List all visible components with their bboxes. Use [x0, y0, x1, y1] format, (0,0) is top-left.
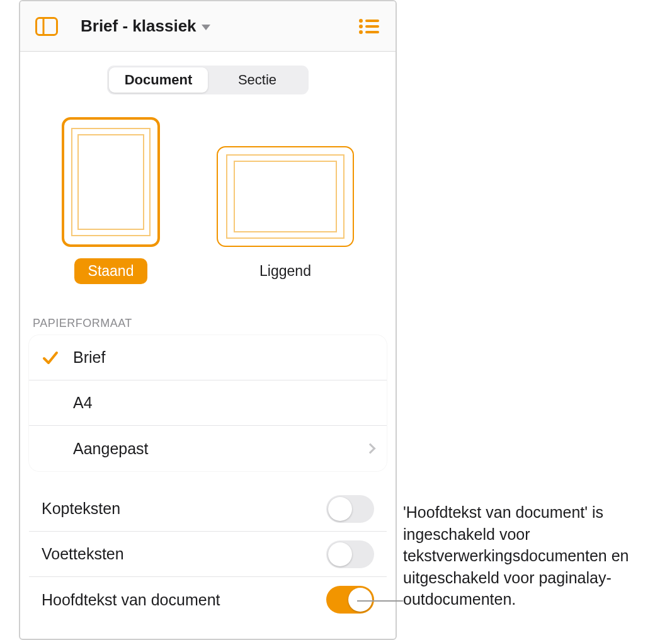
option-label: A4 — [73, 394, 374, 412]
document-toggles-list: Kopteksten Voetteksten Hoofdtekst van do… — [29, 486, 387, 622]
paper-size-option-brief[interactable]: Brief — [29, 335, 387, 380]
svg-rect-9 — [78, 135, 144, 229]
paper-size-header: PAPIERFORMAAT — [33, 317, 383, 330]
body-text-switch[interactable] — [326, 586, 374, 614]
sidebar-icon — [35, 17, 58, 36]
orientation-landscape-option[interactable]: Liggend — [217, 146, 354, 284]
svg-rect-5 — [365, 25, 379, 28]
paper-size-option-a4[interactable]: A4 — [29, 380, 387, 426]
switch-knob — [328, 497, 352, 521]
checkmark-slot — [42, 349, 73, 367]
chevron-right-icon — [365, 443, 376, 454]
svg-point-4 — [359, 25, 363, 28]
annotation-text: 'Hoofdtekst van document' is ingeschakel… — [403, 501, 649, 610]
tab-label: Document — [125, 72, 193, 88]
svg-rect-3 — [365, 20, 379, 22]
svg-rect-7 — [365, 31, 379, 33]
landscape-thumbnail — [217, 146, 354, 247]
toggle-row-body-text: Hoofdtekst van document — [29, 577, 387, 622]
portrait-label: Staand — [74, 258, 148, 284]
svg-point-2 — [359, 19, 363, 23]
toggle-row-footers: Voetteksten — [29, 532, 387, 577]
option-label: Brief — [73, 348, 374, 367]
paper-size-list: Brief A4 Aangepast — [29, 335, 387, 471]
orientation-selector: Staand Liggend — [20, 117, 396, 284]
toggle-row-headers: Kopteksten — [29, 486, 387, 532]
list-menu-icon — [358, 18, 380, 35]
paper-size-option-custom[interactable]: Aangepast — [29, 426, 387, 471]
toggle-label: Kopteksten — [42, 500, 326, 518]
svg-point-6 — [359, 30, 363, 34]
svg-rect-0 — [37, 18, 57, 35]
checkmark-icon — [42, 349, 59, 367]
option-label: Aangepast — [73, 440, 367, 458]
headers-switch[interactable] — [326, 495, 374, 523]
toc-button[interactable] — [354, 11, 384, 42]
toggle-label: Voetteksten — [42, 545, 326, 563]
toolbar: Brief - klassiek — [20, 1, 396, 52]
svg-rect-10 — [227, 155, 344, 238]
switch-knob — [328, 542, 352, 566]
portrait-thumbnail — [62, 117, 160, 247]
document-title-dropdown[interactable]: Brief - klassiek — [62, 16, 354, 36]
landscape-label: Liggend — [246, 258, 325, 284]
margin-guides-icon — [218, 147, 353, 246]
tab-label: Sectie — [238, 72, 276, 88]
footers-switch[interactable] — [326, 540, 374, 568]
svg-rect-11 — [234, 161, 336, 232]
tab-document[interactable]: Document — [109, 67, 208, 93]
sidebar-toggle-button[interactable] — [31, 11, 62, 42]
document-title: Brief - klassiek — [81, 16, 196, 36]
margin-guides-icon — [64, 120, 157, 244]
document-settings-panel: Brief - klassiek Document Sectie — [19, 0, 397, 640]
tab-section[interactable]: Sectie — [208, 67, 307, 93]
toggle-label: Hoofdtekst van document — [42, 591, 326, 609]
svg-rect-8 — [72, 129, 150, 236]
tab-segmented-control: Document Sectie — [107, 66, 309, 94]
annotation-leader-line — [357, 600, 403, 602]
orientation-portrait-option[interactable]: Staand — [62, 117, 160, 284]
switch-knob — [348, 588, 372, 612]
chevron-down-icon — [202, 25, 210, 30]
